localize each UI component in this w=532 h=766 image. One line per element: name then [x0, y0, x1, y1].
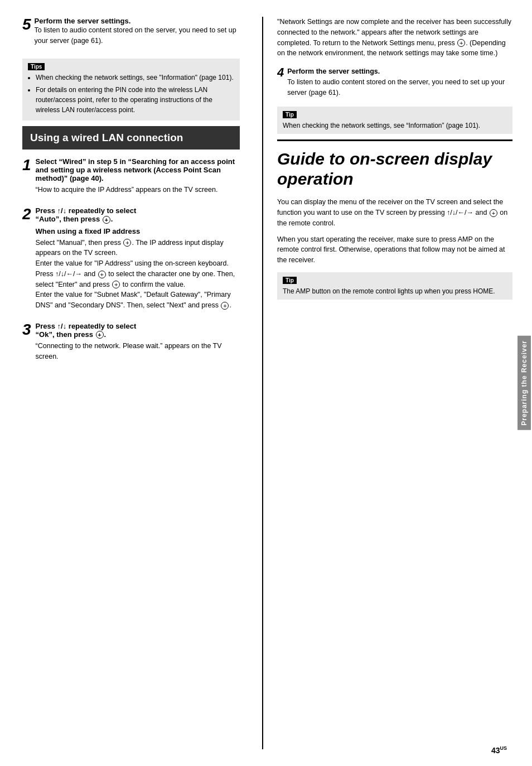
tips-list: When checking the network settings, see … — [28, 73, 234, 115]
step-3-title-part1: Press ↑/↓ repeatedly to select — [36, 322, 137, 330]
right-tip-text: When checking the network settings, see … — [283, 121, 507, 131]
tip-item-1: When checking the network settings, see … — [36, 73, 234, 83]
intro-step-title: Perform the server settings. — [35, 17, 240, 25]
network-complete-text: "Network Settings are now complete and t… — [277, 17, 512, 59]
wired-lan-section-heading: Using a wired LAN connection — [22, 126, 240, 150]
step-2-block: 2 Press ↑/↓ repeatedly to select “Auto”,… — [22, 206, 240, 314]
circle-plus-icon-1: + — [123, 239, 131, 247]
step-2-sub-body: Select "Manual", then press +. The IP ad… — [36, 238, 240, 311]
step-3-block: 3 Press ↑/↓ repeatedly to select “Ok”, t… — [22, 322, 240, 365]
step-1-body: “How to acquire the IP Address” appears … — [36, 185, 240, 195]
guide-body2: When you start operating the receiver, m… — [277, 234, 512, 266]
tips-label: Tips — [28, 63, 45, 70]
step-2-sub-heading: When using a fixed IP address — [36, 227, 240, 235]
circle-plus-icon-2: + — [98, 271, 106, 278]
wired-lan-heading-text: Using a wired LAN connection — [30, 132, 232, 144]
guide-body1: You can display the menu of the receiver… — [277, 197, 512, 228]
step-3-title-part2: “Ok”, then press — [36, 330, 93, 339]
step-1-number: 1 — [22, 157, 31, 173]
right-step-4-block: 4 Perform the server settings. To listen… — [277, 66, 512, 98]
intro-step-number: 5 — [22, 17, 31, 32]
guide-heading-text: Guide to on-screen display operation — [277, 149, 512, 189]
circle-plus-guide-icon: + — [490, 209, 497, 217]
step-3-circle-plus-icon: + — [96, 331, 104, 339]
step-2-title: Press ↑/↓ repeatedly to select “Auto”, t… — [36, 206, 240, 224]
intro-step-content: Perform the server settings. To listen t… — [35, 17, 240, 50]
circle-plus-icon-4: + — [221, 302, 229, 310]
right-column: "Network Settings are now complete and t… — [262, 17, 512, 749]
step-3-title: Press ↑/↓ repeatedly to select “Ok”, the… — [36, 322, 240, 339]
guide-tip-text: The AMP button on the remote control lig… — [283, 286, 507, 296]
right-tip-label: Tip — [283, 111, 297, 118]
guide-section-heading: Guide to on-screen display operation — [277, 139, 512, 189]
step-2-title-part1: Press ↑/↓ repeatedly to select — [36, 206, 137, 215]
intro-step-body: To listen to audio content stored on the… — [35, 25, 240, 46]
side-tab-label: Preparing the Receiver — [518, 336, 531, 430]
tips-box: Tips When checking the network settings,… — [22, 59, 240, 121]
page-num-text: 43 — [491, 746, 500, 755]
step-2-title-part2: “Auto”, then press — [36, 215, 100, 223]
step-2-circle-plus-icon: + — [103, 216, 110, 224]
left-column: 5 Perform the server settings. To listen… — [22, 17, 245, 749]
step-3-number: 3 — [22, 322, 31, 338]
step-2-content: Press ↑/↓ repeatedly to select “Auto”, t… — [36, 206, 240, 314]
step-1-content: Select “Wired” in step 5 in “Searching f… — [36, 157, 240, 199]
side-tab: Preparing the Receiver — [516, 0, 532, 766]
step-2-number: 2 — [22, 206, 31, 222]
right-step-4-body: To listen to audio content stored on the… — [287, 77, 512, 98]
circle-plus-network-icon: + — [457, 39, 465, 47]
step-3-content: Press ↑/↓ repeatedly to select “Ok”, the… — [36, 322, 240, 365]
step-3-body: “Connecting to the network. Please wait.… — [36, 341, 240, 362]
right-step-4-number: 4 — [277, 66, 284, 79]
right-step-4-content: Perform the server settings. To listen t… — [287, 66, 512, 98]
tip-item-2: For details on entering the PIN code int… — [36, 85, 234, 115]
right-step-4-title: Perform the server settings. — [287, 66, 512, 77]
page-number: 43US — [491, 745, 507, 755]
intro-step-block: 5 Perform the server settings. To listen… — [22, 17, 240, 50]
step-1-block: 1 Select “Wired” in step 5 in “Searching… — [22, 157, 240, 199]
guide-tip-label: Tip — [283, 277, 297, 284]
guide-tip-box: Tip The AMP button on the remote control… — [277, 272, 512, 300]
page-num-suffix: US — [500, 745, 507, 751]
circle-plus-icon-3: + — [112, 281, 120, 288]
step-1-title: Select “Wired” in step 5 in “Searching f… — [36, 157, 240, 182]
right-tip-box: Tip When checking the network settings, … — [277, 107, 512, 134]
